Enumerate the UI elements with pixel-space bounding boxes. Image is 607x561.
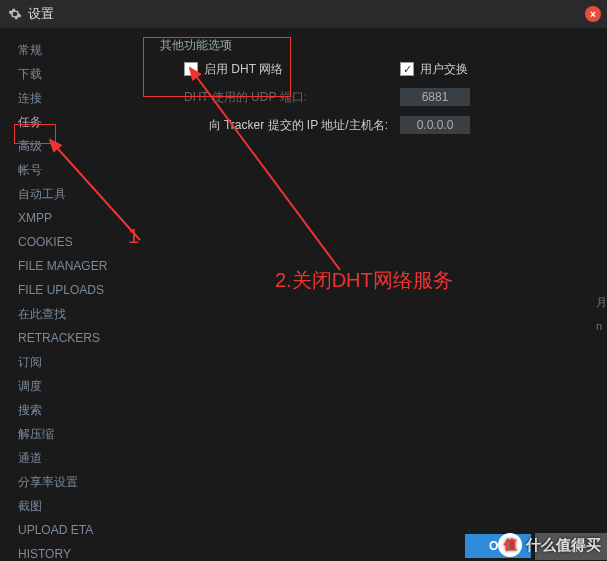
- sidebar-item-screenshot[interactable]: 截图: [0, 494, 130, 518]
- sidebar-item-uploadeta[interactable]: UPLOAD ETA: [0, 518, 130, 542]
- dht-checkbox[interactable]: [184, 62, 198, 76]
- watermark-icon: 值: [498, 533, 522, 557]
- sidebar-item-channel[interactable]: 通道: [0, 446, 130, 470]
- sidebar-item-filemanager[interactable]: FILE MANAGER: [0, 254, 130, 278]
- sidebar-item-advanced[interactable]: 高级: [0, 134, 130, 158]
- watermark-text: 什么值得买: [526, 536, 601, 555]
- watermark: 值 什么值得买: [498, 533, 601, 557]
- sidebar-item-unpack[interactable]: 解压缩: [0, 422, 130, 446]
- sidebar-item-ratio[interactable]: 分享率设置: [0, 470, 130, 494]
- sidebar-item-rss[interactable]: 订阅: [0, 350, 130, 374]
- pex-checkbox[interactable]: [400, 62, 414, 76]
- sidebar-item-task[interactable]: 任务: [0, 110, 130, 134]
- close-button[interactable]: ×: [585, 6, 601, 22]
- edge-text: 月 n: [596, 290, 607, 338]
- udp-port-value[interactable]: 6881: [400, 88, 470, 106]
- sidebar-item-findhere[interactable]: 在此查找: [0, 302, 130, 326]
- titlebar: 设置 ×: [0, 0, 607, 28]
- sidebar-item-scheduler[interactable]: 调度: [0, 374, 130, 398]
- gear-icon: [8, 7, 22, 21]
- other-features-fieldset: 其他功能选项 启用 DHT 网络 用户交换 DHT 使用的 UDP 端口: 68…: [150, 38, 587, 152]
- dht-label: 启用 DHT 网络: [204, 61, 283, 78]
- sidebar-item-history[interactable]: HISTORY: [0, 542, 130, 561]
- sidebar-item-retrackers[interactable]: RETRACKERS: [0, 326, 130, 350]
- annotation-label-2: 2.关闭DHT网络服务: [275, 267, 453, 294]
- sidebar-item-autotools[interactable]: 自动工具: [0, 182, 130, 206]
- sidebar-item-xmpp[interactable]: XMPP: [0, 206, 130, 230]
- sidebar-item-account[interactable]: 帐号: [0, 158, 130, 182]
- sidebar-item-fileuploads[interactable]: FILE UPLOADS: [0, 278, 130, 302]
- sidebar-item-general[interactable]: 常规: [0, 38, 130, 62]
- annotation-label-1: 1: [128, 225, 139, 248]
- sidebar-item-cookies[interactable]: COOKIES: [0, 230, 130, 254]
- fieldset-legend: 其他功能选项: [156, 37, 236, 54]
- tracker-ip-label: 向 Tracker 提交的 IP 地址/主机名:: [209, 117, 388, 134]
- udp-port-label: DHT 使用的 UDP 端口:: [184, 89, 307, 106]
- sidebar-item-search[interactable]: 搜索: [0, 398, 130, 422]
- pex-label: 用户交换: [420, 61, 468, 78]
- sidebar-item-connection[interactable]: 连接: [0, 86, 130, 110]
- sidebar-item-download[interactable]: 下载: [0, 62, 130, 86]
- tracker-ip-value[interactable]: 0.0.0.0: [400, 116, 470, 134]
- sidebar: 常规 下载 连接 任务 高级 帐号 自动工具 XMPP COOKIES FILE…: [0, 28, 130, 531]
- window-title: 设置: [28, 5, 54, 23]
